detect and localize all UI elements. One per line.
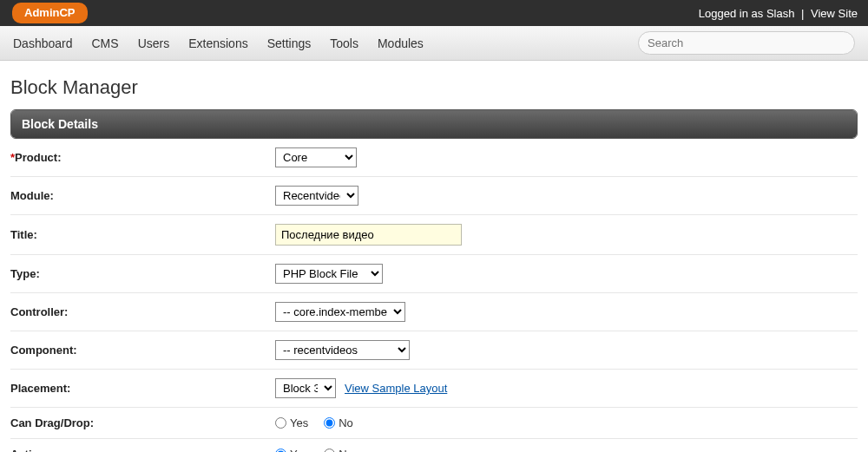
row-placement: Placement: Block 3 View Sample Layout (10, 370, 858, 408)
separator: | (798, 7, 807, 20)
radio-drag-no-label: No (339, 416, 353, 429)
label-product: Product: (15, 151, 61, 164)
nav-bar: Dashboard CMS Users Extensions Settings … (0, 26, 868, 61)
row-drag: Can Drag/Drop: Yes No (10, 408, 858, 439)
view-site-link[interactable]: View Site (811, 7, 858, 20)
radio-active-yes[interactable] (275, 449, 286, 452)
select-placement[interactable]: Block 3 (275, 378, 336, 398)
select-type[interactable]: PHP Block File (275, 264, 383, 284)
logo-badge: AdminCP (12, 3, 88, 23)
input-title[interactable] (275, 224, 462, 246)
top-right: Logged in as Slash | View Site (699, 7, 858, 20)
radio-active-yes-label: Yes (290, 448, 308, 452)
radio-drag-no[interactable] (324, 417, 335, 429)
select-product[interactable]: Core (275, 147, 357, 167)
label-type: Type: (10, 267, 40, 280)
username-link[interactable]: Slash (766, 7, 795, 20)
search-input[interactable] (638, 31, 855, 55)
radio-drag-yes-label: Yes (290, 416, 308, 429)
nav-extensions[interactable]: Extensions (188, 36, 247, 50)
radio-drag-yes-wrap[interactable]: Yes (275, 416, 308, 429)
row-active: Active: Yes No (10, 439, 858, 452)
top-bar: AdminCP Logged in as Slash | View Site (0, 0, 868, 26)
row-product: *Product: Core (10, 139, 858, 177)
radio-drag-no-wrap[interactable]: No (324, 416, 353, 429)
label-placement: Placement: (10, 382, 70, 395)
nav-users[interactable]: Users (138, 36, 170, 50)
radio-active-no-wrap[interactable]: No (324, 448, 353, 452)
panel-block-details: Block Details (10, 109, 858, 139)
nav-dashboard[interactable]: Dashboard (13, 36, 73, 50)
label-component: Component: (10, 344, 77, 357)
page-title: Block Manager (10, 76, 858, 99)
row-component: Component: -- recentvideos (10, 331, 858, 370)
nav-settings[interactable]: Settings (267, 36, 312, 50)
select-module[interactable]: Recentvideos (275, 186, 358, 206)
panel-heading: Block Details (11, 110, 857, 138)
row-controller: Controller: -- core.index-member (10, 293, 858, 331)
radio-active-no[interactable] (324, 449, 335, 452)
radio-active-no-label: No (339, 448, 353, 452)
nav-tools[interactable]: Tools (330, 36, 358, 50)
label-active: Active: (10, 448, 48, 452)
radio-drag-yes[interactable] (275, 417, 286, 429)
nav-cms[interactable]: CMS (92, 36, 119, 50)
page-body: Block Manager Block Details *Product: Co… (0, 61, 868, 452)
nav-modules[interactable]: Modules (378, 36, 424, 50)
nav-links: Dashboard CMS Users Extensions Settings … (13, 36, 424, 50)
view-sample-layout-link[interactable]: View Sample Layout (345, 382, 447, 395)
label-drag: Can Drag/Drop: (10, 416, 94, 429)
select-controller[interactable]: -- core.index-member (275, 302, 405, 322)
row-type: Type: PHP Block File (10, 255, 858, 293)
label-controller: Controller: (10, 305, 68, 318)
label-title: Title: (10, 228, 37, 241)
label-module: Module: (10, 189, 54, 202)
radio-active-yes-wrap[interactable]: Yes (275, 448, 308, 452)
select-component[interactable]: -- recentvideos (275, 340, 410, 360)
row-module: Module: Recentvideos (10, 177, 858, 215)
logged-in-prefix: Logged in as (699, 7, 766, 20)
row-title: Title: (10, 215, 858, 255)
